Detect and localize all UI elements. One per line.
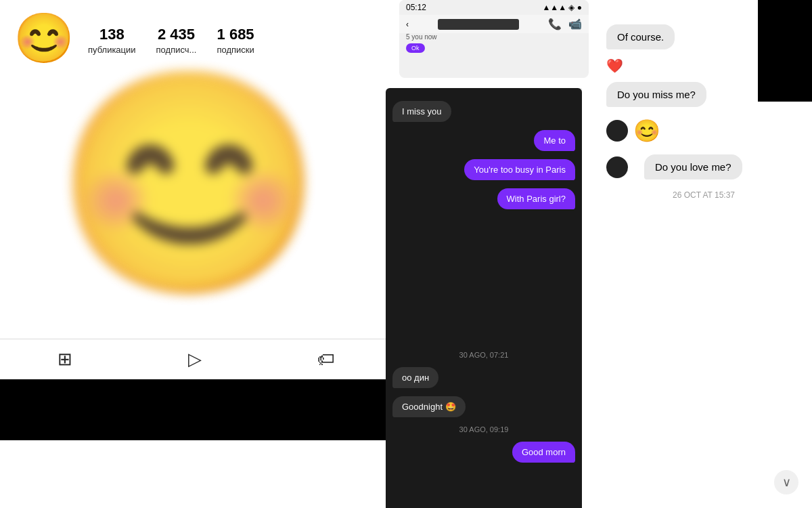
phone-status-bar: 05:12 ▲▲▲ ◈ ●	[399, 0, 589, 15]
profile-stats: 138 публикации 2 435 подписч... 1 685 по…	[88, 26, 254, 56]
bubble-goodmorn: Good morn	[512, 442, 575, 463]
followers-count: 2 435	[156, 26, 197, 43]
chat-row-goodnight: Goodnight 🤩	[392, 394, 575, 420]
bubble-ofcourse: Of course.	[606, 24, 675, 49]
chat-row-goodmorn: Good morn	[392, 439, 575, 465]
profile-avatar: 😊	[14, 14, 68, 68]
contact-bar: ‹ 📞 📹	[399, 15, 589, 33]
following-count: 1 685	[217, 26, 254, 43]
signal-icons: ▲▲▲ ◈ ●	[542, 3, 582, 12]
right-panel: Of course. ❤️ Do you miss me? 😊 Do you l…	[595, 0, 812, 508]
chevron-down-button[interactable]: ∨	[774, 470, 798, 494]
stat-following: 1 685 подписки	[217, 26, 254, 56]
chat-dark-panel: I miss you Me to You're too busy in Pari…	[386, 88, 582, 345]
timestamp-2: 30 AGO, 09:19	[392, 425, 575, 433]
black-bar-bottom	[0, 379, 392, 440]
bubble-miss-you: I miss you	[392, 101, 451, 122]
followers-label: подписч...	[156, 45, 197, 55]
avatar-emoji-row: 😊	[606, 118, 801, 144]
chat-row-miss: I miss you	[392, 98, 575, 125]
time-display: 05:12	[406, 3, 426, 12]
chat-row-oodin: оо дин	[392, 364, 575, 391]
chat-bottom-dark-panel: 30 AGO, 07:21 оо дин Goodnight 🤩 30 AGO,…	[386, 335, 582, 508]
contact-name-redacted	[438, 19, 519, 30]
middle-panel: 05:12 ▲▲▲ ◈ ● ‹ 📞 📹 5 you now Ok I love …	[386, 0, 595, 508]
reels-icon[interactable]: ▷	[188, 349, 202, 370]
redacted-avatar-top	[758, 0, 812, 102]
bubble-goodnight: Goodnight 🤩	[392, 396, 466, 417]
instagram-panel: 😊 138 публикации 2 435 подписч... 1 685 …	[0, 0, 392, 440]
chat-row-paris-busy: You're too busy in Paris	[392, 156, 575, 183]
chat-row-paris-girl: With Paris girl?	[392, 186, 575, 212]
online-indicator: 5 you now	[399, 33, 589, 41]
bubble-paris-girl: With Paris girl?	[497, 188, 575, 209]
following-label: подписки	[217, 45, 254, 55]
bubble-me-to: Me to	[534, 130, 575, 151]
contact-avatar-2	[606, 156, 628, 178]
video-icon[interactable]: 📹	[568, 18, 582, 30]
bottom-nav: ⊞ ▷ 🏷	[0, 339, 392, 379]
chat-row-meto: Me to	[392, 127, 575, 154]
bubble-miss-me: Do you miss me?	[606, 82, 706, 107]
bubble-paris-busy: You're too busy in Paris	[464, 159, 575, 180]
posts-count: 138	[88, 26, 136, 43]
bubble-oodin: оо дин	[392, 367, 438, 388]
ok-button[interactable]: Ok	[406, 43, 425, 53]
contact-avatar	[606, 120, 628, 142]
chat-dark-inner: I miss you Me to You're too busy in Pari…	[386, 88, 582, 225]
chat-bottom-inner: 30 AGO, 07:21 оо дин Goodnight 🤩 30 AGO,…	[386, 335, 582, 478]
phone-screenshot: 05:12 ▲▲▲ ◈ ● ‹ 📞 📹 5 you now Ok	[399, 0, 589, 78]
avatar-row-love: Do you love me?	[606, 150, 801, 184]
phone-action-icons: 📞 📹	[548, 18, 582, 30]
tagged-icon[interactable]: 🏷	[317, 349, 335, 370]
profile-header: 😊 138 публикации 2 435 подписч... 1 685 …	[0, 0, 392, 75]
posts-label: публикации	[88, 45, 136, 55]
stat-posts: 138 публикации	[88, 26, 136, 56]
call-icon[interactable]: 📞	[548, 18, 562, 30]
stat-followers: 2 435 подписч...	[156, 26, 197, 56]
bubble-love-me: Do you love me?	[644, 154, 742, 179]
grid-icon[interactable]: ⊞	[58, 349, 72, 370]
timestamp-1: 30 AGO, 07:21	[392, 351, 575, 359]
imessage-timestamp: 26 OCT AT 15:37	[595, 190, 812, 200]
chevron-down-icon: ∨	[782, 475, 791, 490]
smiley-emoji: 😊	[633, 118, 660, 144]
big-emoji: 😊	[54, 75, 324, 291]
